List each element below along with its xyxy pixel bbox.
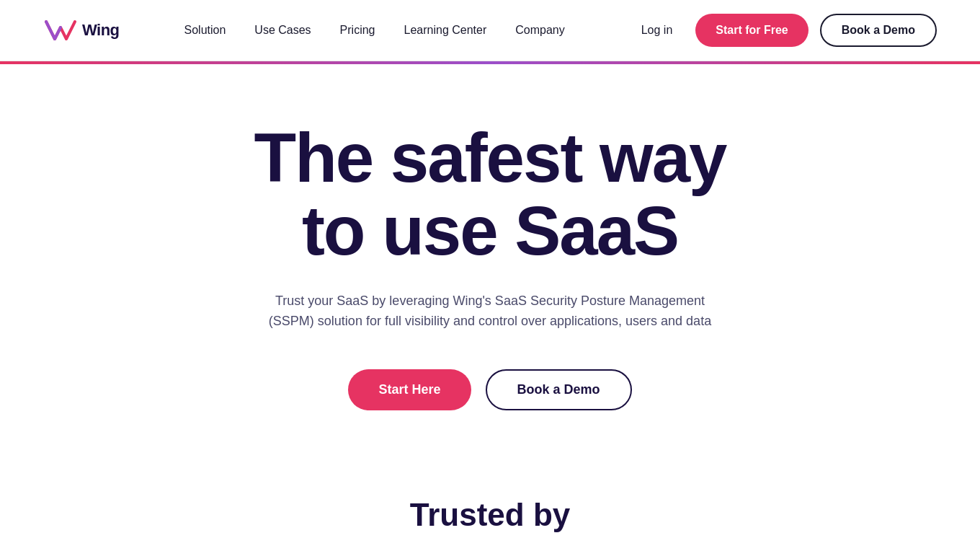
trusted-section: Trusted by bbox=[0, 454, 980, 551]
book-demo-nav-button[interactable]: Book a Demo bbox=[820, 14, 937, 47]
logo[interactable]: Wing bbox=[43, 16, 120, 45]
navbar: Wing Solution Use Cases Pricing Learning… bbox=[0, 0, 980, 61]
start-here-button[interactable]: Start Here bbox=[348, 369, 471, 410]
hero-title-line2: to use SaaS bbox=[302, 192, 678, 269]
trusted-title: Trusted by bbox=[43, 497, 937, 533]
start-for-free-button[interactable]: Start for Free bbox=[695, 14, 808, 47]
nav-links: Solution Use Cases Pricing Learning Cent… bbox=[184, 24, 565, 37]
nav-use-cases[interactable]: Use Cases bbox=[254, 24, 311, 36]
hero-title-line1: The safest way bbox=[254, 119, 726, 196]
book-demo-hero-button[interactable]: Book a Demo bbox=[486, 369, 632, 410]
nav-solution[interactable]: Solution bbox=[184, 24, 226, 36]
nav-company[interactable]: Company bbox=[515, 24, 564, 36]
login-button[interactable]: Log in bbox=[630, 18, 685, 43]
hero-section: The safest way to use SaaS Trust your Sa… bbox=[0, 64, 980, 454]
nav-actions: Log in Start for Free Book a Demo bbox=[630, 14, 937, 47]
hero-subtitle: Trust your SaaS by leveraging Wing's Saa… bbox=[252, 291, 728, 332]
nav-learning-center[interactable]: Learning Center bbox=[404, 24, 487, 36]
hero-title: The safest way to use SaaS bbox=[254, 122, 726, 268]
nav-pricing[interactable]: Pricing bbox=[340, 24, 375, 36]
hero-buttons: Start Here Book a Demo bbox=[348, 369, 631, 410]
logo-icon bbox=[43, 16, 78, 45]
logo-text: Wing bbox=[82, 21, 120, 40]
